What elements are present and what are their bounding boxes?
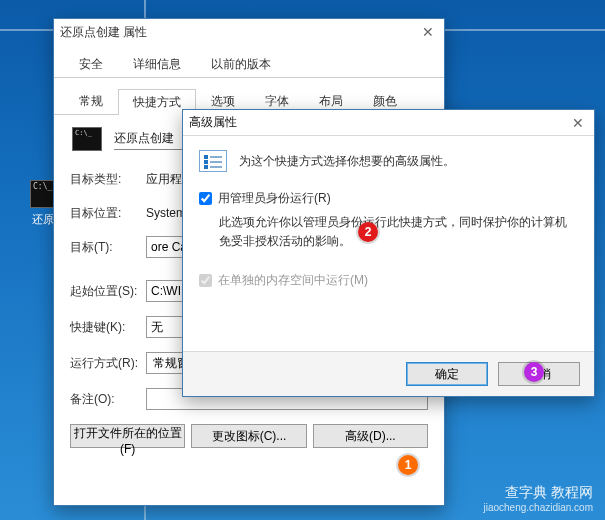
- step-badge-2: 2: [358, 222, 378, 242]
- advanced-body: 为这个快捷方式选择你想要的高级属性。 用管理员身份运行(R) 此选项允许你以管理…: [183, 136, 594, 396]
- advanced-button[interactable]: 高级(D)...: [313, 424, 428, 448]
- close-icon[interactable]: ✕: [568, 115, 588, 131]
- advanced-title: 高级属性: [189, 114, 237, 131]
- ok-button[interactable]: 确定: [406, 362, 488, 386]
- properties-titlebar[interactable]: 还原点创建 属性 ✕: [54, 19, 444, 45]
- comment-label: 备注(O):: [70, 391, 146, 408]
- run-as-admin-checkbox[interactable]: [199, 192, 212, 205]
- run-as-admin-label: 用管理员身份运行(R): [218, 190, 331, 207]
- properties-title: 还原点创建 属性: [60, 24, 147, 41]
- step-badge-3: 3: [524, 362, 544, 382]
- tab-details[interactable]: 详细信息: [118, 51, 196, 77]
- run-as-admin-row[interactable]: 用管理员身份运行(R): [199, 190, 578, 207]
- step-badge-1: 1: [398, 455, 418, 475]
- target-location-label: 目标位置:: [70, 205, 146, 222]
- list-icon: [199, 150, 227, 172]
- advanced-header-text: 为这个快捷方式选择你想要的高级属性。: [239, 153, 455, 170]
- tab-security[interactable]: 安全: [64, 51, 118, 77]
- open-file-location-button[interactable]: 打开文件所在的位置(F): [70, 424, 185, 448]
- app-cmd-icon: [72, 127, 102, 151]
- change-icon-button[interactable]: 更改图标(C)...: [191, 424, 306, 448]
- separate-memory-checkbox: [199, 274, 212, 287]
- shortcut-key-label: 快捷键(K):: [70, 319, 146, 336]
- watermark-main: 查字典 教程网: [483, 484, 593, 502]
- run-label: 运行方式(R):: [70, 355, 146, 372]
- target-label: 目标(T):: [70, 239, 146, 256]
- watermark-sub: jiaocheng.chazidian.com: [483, 502, 593, 515]
- advanced-dialog: 高级属性 ✕ 为这个快捷方式选择你想要的高级属性。 用管理员身份运行(R) 此选…: [182, 109, 595, 397]
- start-in-label: 起始位置(S):: [70, 283, 146, 300]
- tab-previous-versions[interactable]: 以前的版本: [196, 51, 286, 77]
- advanced-titlebar[interactable]: 高级属性 ✕: [183, 110, 594, 136]
- target-type-label: 目标类型:: [70, 171, 146, 188]
- close-icon[interactable]: ✕: [418, 24, 438, 40]
- separate-memory-row: 在单独的内存空间中运行(M): [199, 272, 578, 289]
- tab-general[interactable]: 常规: [64, 88, 118, 114]
- run-as-admin-desc: 此选项允许你以管理员身份运行此快捷方式，同时保护你的计算机免受非授权活动的影响。: [219, 213, 578, 250]
- tab-row-1: 安全 详细信息 以前的版本: [54, 51, 444, 78]
- separate-memory-label: 在单独的内存空间中运行(M): [218, 272, 368, 289]
- watermark: 查字典 教程网 jiaocheng.chazidian.com: [483, 484, 593, 514]
